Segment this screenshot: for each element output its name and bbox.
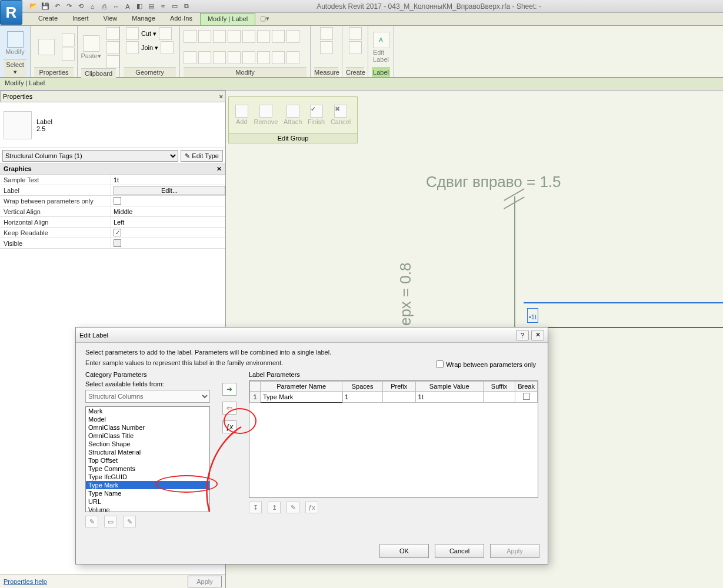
type-selector[interactable]: Label 2.5: [0, 102, 225, 148]
param-omninum[interactable]: OmniClass Number: [86, 423, 209, 432]
tab-view[interactable]: View: [96, 13, 125, 25]
create-similar-icon[interactable]: [349, 41, 362, 54]
unpin-icon[interactable]: [242, 51, 255, 64]
cell-paramname[interactable]: Type Mark: [261, 392, 342, 403]
cell-prefix[interactable]: [382, 392, 415, 403]
fx-button[interactable]: ƒx: [222, 420, 236, 433]
properties-button[interactable]: [34, 39, 59, 55]
prop-halign-value[interactable]: Left: [111, 217, 225, 227]
param-typecomments[interactable]: Type Comments: [86, 465, 209, 473]
paste-button[interactable]: Paste▾: [78, 35, 104, 60]
qat-dim-icon[interactable]: ↔: [111, 1, 121, 12]
tab-modify-label[interactable]: Modify | Label: [200, 13, 255, 25]
fields-combo[interactable]: Structural Columns: [85, 390, 210, 403]
qat-section-icon[interactable]: ▤: [146, 1, 156, 12]
qat-save-icon[interactable]: 💾: [40, 1, 51, 12]
tab-ext-icon[interactable]: ▢▾: [255, 13, 274, 25]
join-geo-icon[interactable]: [126, 41, 139, 54]
add-param-button[interactable]: ➜: [222, 383, 236, 396]
param-typename[interactable]: Type Name: [86, 489, 209, 497]
edit-param-icon[interactable]: ▭: [104, 516, 117, 527]
qat-open-icon[interactable]: 📂: [28, 1, 39, 12]
family-types-icon[interactable]: [62, 48, 75, 61]
measure-icon[interactable]: [320, 27, 333, 40]
cut-geo-icon[interactable]: [126, 27, 139, 40]
split-el-icon[interactable]: [184, 51, 196, 64]
prop-label-edit-button[interactable]: Edit...: [114, 186, 225, 195]
prop-sample-text-value[interactable]: 1t: [111, 175, 225, 185]
param-volume[interactable]: Volume: [86, 506, 209, 512]
dim-tool-icon[interactable]: [320, 41, 333, 54]
eg-finish-button[interactable]: ✔Finish: [308, 105, 325, 125]
dialog-help-icon[interactable]: ?: [516, 330, 529, 340]
prop-visible-checkbox[interactable]: [114, 239, 121, 247]
eg-add-button[interactable]: Add: [235, 105, 248, 125]
label-params-table[interactable]: Parameter Name Spaces Prefix Sample Valu…: [249, 381, 538, 403]
mirror-draw-icon[interactable]: [228, 30, 241, 43]
scale-icon[interactable]: [213, 51, 226, 64]
qat-home-icon[interactable]: ⌂: [87, 1, 98, 12]
qat-close-icon[interactable]: ▭: [169, 1, 180, 12]
new-param-icon[interactable]: ✎: [85, 516, 98, 527]
edit-label-button[interactable]: AEditLabel: [368, 32, 394, 63]
trim-icon[interactable]: [286, 30, 299, 43]
create-group-icon[interactable]: [349, 27, 362, 40]
tab-addins[interactable]: Add-Ins: [163, 13, 200, 25]
qat-redo-icon[interactable]: ↷: [64, 1, 74, 12]
tab-insert[interactable]: Insert: [65, 13, 96, 25]
cope-icon[interactable]: [159, 27, 172, 40]
apply-button[interactable]: Apply: [490, 544, 539, 558]
param-mark[interactable]: Mark: [86, 407, 209, 415]
tab-create[interactable]: Create: [31, 13, 65, 25]
label-instance[interactable]: •1t: [527, 308, 538, 323]
cell-sample[interactable]: 1t: [415, 392, 483, 403]
mirror-axis-icon[interactable]: [213, 30, 226, 43]
modify-tool-button[interactable]: Modify: [2, 31, 28, 55]
wrap-params-checkbox[interactable]: [436, 360, 444, 368]
param-model[interactable]: Model: [86, 415, 209, 423]
prop-wrap-checkbox[interactable]: [114, 197, 121, 205]
param-omnititle[interactable]: OmniClass Title: [86, 432, 209, 440]
param-typemark[interactable]: Type Mark: [86, 481, 209, 489]
ok-button[interactable]: OK: [379, 544, 429, 558]
qat-thin-icon[interactable]: ≡: [158, 1, 168, 12]
eg-cancel-button[interactable]: ✖Cancel: [331, 105, 351, 125]
clip-copy-icon[interactable]: [106, 41, 119, 54]
param-topoffset[interactable]: Top Offset: [86, 456, 209, 465]
param-url[interactable]: URL: [86, 497, 209, 506]
param-list[interactable]: Mark Model OmniClass Number OmniClass Ti…: [85, 406, 210, 512]
instance-filter[interactable]: Structural Column Tags (1): [2, 150, 178, 162]
param-material[interactable]: Structural Material: [86, 448, 209, 456]
trim-ext-icon[interactable]: [272, 51, 285, 64]
dialog-close-icon[interactable]: ✕: [531, 330, 544, 340]
properties-help-link[interactable]: Properties help: [4, 578, 47, 585]
cell-break[interactable]: [515, 392, 538, 403]
pin-icon[interactable]: [228, 51, 241, 64]
align-icon[interactable]: [184, 30, 196, 43]
fx-row-icon[interactable]: ƒx: [305, 502, 318, 513]
offset-icon[interactable]: [198, 30, 211, 43]
qat-text-icon[interactable]: A: [122, 1, 133, 12]
match-type-icon[interactable]: [106, 27, 119, 40]
qat-sync-icon[interactable]: ⟲: [75, 1, 86, 12]
delete-icon[interactable]: [257, 51, 270, 64]
cell-suffix[interactable]: [483, 392, 515, 403]
move-up-icon[interactable]: ↧: [249, 502, 262, 513]
edit-row-icon[interactable]: ✎: [286, 502, 299, 513]
cell-spaces[interactable]: 1: [342, 392, 383, 403]
table-row[interactable]: 1 Type Mark 1 1t: [250, 392, 538, 403]
edit-type-button[interactable]: ✎Edit Type: [181, 150, 223, 162]
rotate-icon[interactable]: [272, 30, 285, 43]
qat-switch-icon[interactable]: ⧉: [181, 1, 192, 12]
eg-remove-button[interactable]: Remove: [254, 105, 278, 125]
properties-close-icon[interactable]: ×: [219, 93, 223, 100]
app-menu-button[interactable]: R: [0, 0, 22, 25]
prop-valign-value[interactable]: Middle: [111, 206, 225, 216]
param-ifcguid[interactable]: Type IfcGUID: [86, 473, 209, 481]
dialog-titlebar[interactable]: Edit Label ? ✕: [76, 328, 548, 343]
param-section[interactable]: Section Shape: [86, 440, 209, 448]
type-props-icon[interactable]: [62, 34, 75, 46]
copy-icon[interactable]: [257, 30, 270, 43]
array-icon[interactable]: [198, 51, 211, 64]
qat-print-icon[interactable]: ⎙: [99, 1, 109, 12]
